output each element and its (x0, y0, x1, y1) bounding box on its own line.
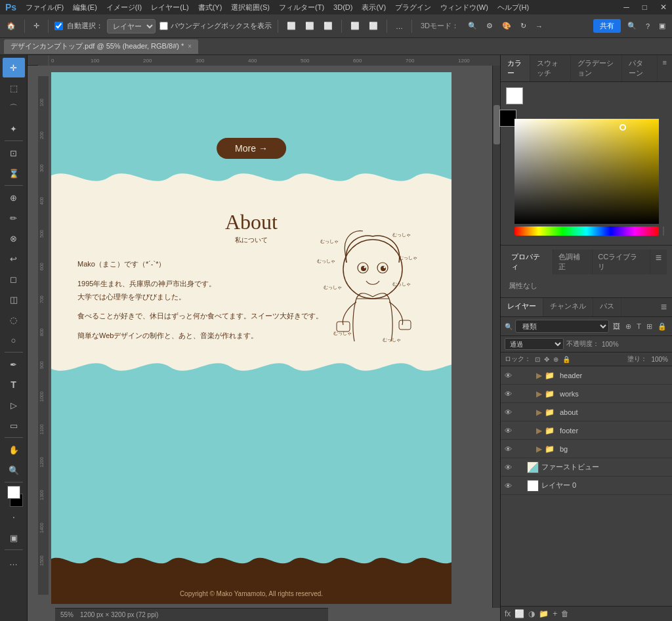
distribute-btns-2[interactable]: ⬜ (366, 20, 381, 32)
screen-mode-btn[interactable]: ▣ (3, 528, 25, 547)
menu-type[interactable]: 書式(Y) (198, 3, 222, 12)
eyedropper-tool[interactable]: ⌛ (3, 163, 25, 183)
layer-filter-icon-2[interactable]: ⊕ (624, 321, 633, 332)
home-button[interactable]: 🏠 (4, 20, 18, 32)
align-right[interactable]: ⬜ (321, 20, 335, 32)
layer-new-btn[interactable]: + (553, 609, 557, 618)
layer-filter-icon-1[interactable]: 🖼 (612, 321, 621, 332)
menu-plugins[interactable]: プラグイン (395, 3, 431, 12)
layer-eye-firstview[interactable]: 👁 (505, 463, 514, 471)
layer-eye-header[interactable]: 👁 (505, 372, 514, 379)
shape-tool[interactable]: ▭ (3, 416, 25, 435)
menu-layer[interactable]: レイヤー(L) (151, 3, 188, 12)
layer-item-header[interactable]: 👁 ▶ 📁 header (501, 366, 672, 385)
color-cursor[interactable] (620, 124, 626, 131)
layer-eye-bg[interactable]: 👁 (505, 445, 514, 453)
crop-tool[interactable]: ⊡ (3, 143, 25, 163)
layer-group-btn[interactable]: 📁 (539, 609, 549, 618)
layer-eye-about[interactable]: 👁 (505, 408, 514, 416)
zoom-tool[interactable]: 🔍 (3, 460, 25, 480)
foreground-color[interactable] (7, 486, 20, 499)
menu-window[interactable]: ウィンドウ(W) (440, 3, 488, 12)
bounding-box-checkbox[interactable] (159, 22, 168, 30)
tab-channels[interactable]: チャンネル (543, 298, 593, 316)
layer-fx-btn[interactable]: fx (505, 609, 511, 618)
align-left[interactable]: ⬜ (284, 20, 299, 32)
layer-mask-btn[interactable]: ⬜ (514, 609, 524, 618)
rotate-btn[interactable]: ↻ (518, 20, 529, 32)
tab-color[interactable]: カラー (501, 55, 530, 81)
menu-edit[interactable]: 編集(E) (73, 3, 97, 12)
select-tool[interactable]: ⬚ (3, 78, 25, 98)
quick-mask-tool[interactable]: ⬝ (3, 507, 25, 527)
layer-item-about[interactable]: 👁 ▶ 📁 about (501, 403, 672, 421)
document-tab[interactable]: デザインカンプトップ.pdf @ 55% (header, RGB/8#) * … (4, 39, 198, 54)
menu-image[interactable]: イメージ(I) (106, 3, 142, 12)
eraser-tool[interactable]: ◻ (3, 269, 25, 289)
window-close[interactable]: ✕ (660, 3, 667, 12)
opacity-value[interactable]: 100% (602, 341, 619, 348)
magic-wand-tool[interactable]: ✦ (3, 119, 25, 139)
menu-help[interactable]: ヘルプ(H) (497, 3, 529, 12)
auto-select-checkbox[interactable] (54, 22, 63, 30)
menu-view[interactable]: 表示(V) (362, 3, 386, 12)
blur-tool[interactable]: ◌ (3, 310, 25, 330)
fill-value[interactable]: 100% (651, 356, 668, 363)
hue-slider[interactable] (514, 226, 659, 236)
layer-delete-btn[interactable]: 🗑 (561, 609, 569, 618)
3d-mode-btn[interactable]: 3Dモード： (418, 20, 461, 32)
tab-properties[interactable]: プロパティ (506, 249, 553, 274)
tab-swatches[interactable]: スウォッチ (530, 55, 571, 81)
pen-tool[interactable]: ✒ (3, 354, 25, 374)
lock-position-icon[interactable]: ✥ (544, 356, 549, 363)
layer-select[interactable]: レイヤー (107, 19, 156, 33)
layer-filter-select[interactable]: 種類 (515, 320, 609, 333)
menu-select[interactable]: 選択範囲(S) (231, 3, 270, 12)
move-tool-btn[interactable]: ✛ (31, 20, 42, 32)
foreground-swatch[interactable] (506, 87, 523, 104)
share-button[interactable]: 共有 (593, 19, 621, 33)
layer-eye-works[interactable]: 👁 (505, 390, 514, 398)
layer-item-firstview[interactable]: 👁 ファーストビュー (501, 458, 672, 477)
tab-adjustments[interactable]: 色調補正 (553, 249, 593, 274)
vertical-scrollbar[interactable] (492, 66, 500, 608)
window-maximize[interactable]: □ (642, 3, 647, 12)
path-select-tool[interactable]: ▷ (3, 395, 25, 415)
canvas-scroll-area[interactable]: 100 200 300 400 500 600 700 800 900 1000… (38, 66, 492, 608)
brush-tool[interactable]: ✏ (3, 208, 25, 228)
tab-pattern[interactable]: パターン (622, 55, 658, 81)
layer-item-footer[interactable]: 👁 ▶ 📁 footer (501, 421, 672, 440)
layer-filter-icon-3[interactable]: T (635, 321, 642, 332)
lasso-tool[interactable]: ⌒ (3, 98, 25, 118)
arrow-btn[interactable]: → (533, 21, 545, 32)
tab-gradient[interactable]: グラデーション (571, 55, 622, 81)
color-gradient-picker[interactable] (514, 119, 659, 224)
layer-filter-icon-5[interactable]: 🔒 (656, 321, 668, 332)
menu-file[interactable]: ファイル(F) (26, 3, 64, 12)
settings-btn-2[interactable]: ⚙ (484, 20, 495, 32)
tab-layers[interactable]: レイヤー (501, 298, 543, 316)
layer-adjustment-btn[interactable]: ◑ (528, 609, 535, 618)
more-tools-btn[interactable]: … (3, 552, 25, 572)
tab-cc-libraries[interactable]: CCライブラリ (593, 249, 650, 274)
move-tool[interactable]: ✛ (3, 58, 25, 77)
hand-tool[interactable]: ✋ (3, 440, 25, 460)
help-btn[interactable]: ? (643, 21, 652, 32)
menu-3d[interactable]: 3D(D) (333, 3, 352, 11)
tab-close-btn[interactable]: × (188, 43, 192, 50)
clone-tool[interactable]: ⊗ (3, 228, 25, 248)
brush-btn[interactable]: 🎨 (499, 20, 514, 32)
panel-btn[interactable]: ▣ (656, 20, 668, 32)
layer-item-layer0[interactable]: 👁 レイヤー 0 (501, 477, 672, 495)
blend-mode-select[interactable]: 通過 (505, 338, 564, 350)
more-options-btn[interactable]: … (393, 21, 406, 32)
type-tool[interactable]: T (3, 375, 25, 395)
layers-panel-menu[interactable]: ≡ (656, 298, 672, 316)
props-panel-menu[interactable]: ≡ (650, 249, 667, 274)
color-panel-menu[interactable]: ≡ (658, 55, 672, 81)
layer-item-works[interactable]: 👁 ▶ 📁 works (501, 385, 672, 403)
window-minimize[interactable]: ─ (623, 3, 629, 12)
lock-artboard-icon[interactable]: ⊕ (553, 356, 558, 363)
distribute-btns[interactable]: ⬜ (348, 20, 362, 32)
dodge-tool[interactable]: ○ (3, 330, 25, 350)
